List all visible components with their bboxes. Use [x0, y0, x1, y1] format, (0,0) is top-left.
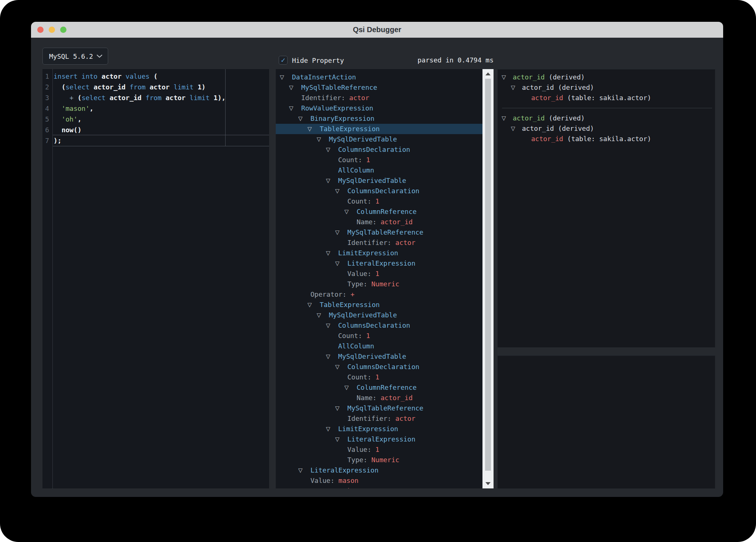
ast-node-row[interactable]: ▽BinaryExpression — [276, 113, 482, 124]
zoom-button[interactable] — [60, 27, 66, 33]
collapse-triangle-icon[interactable]: ▽ — [307, 300, 320, 310]
code-line[interactable]: 'oh', — [54, 114, 269, 125]
derived-column-row[interactable]: ▽actor_id (derived) — [498, 123, 715, 134]
collapse-triangle-icon[interactable]: ▽ — [326, 144, 338, 155]
code-line[interactable]: + (select actor_id from actor limit 1), — [54, 92, 269, 103]
ast-property-row[interactable]: Count: 1 — [276, 196, 482, 207]
code-line[interactable]: insert into actor values ( — [54, 71, 269, 82]
ast-property-row[interactable]: Name: actor_id — [276, 217, 482, 227]
derived-column-row[interactable]: ▽actor_id (derived) — [498, 113, 715, 123]
code-line[interactable]: (select actor_id from actor limit 1) — [54, 82, 269, 92]
ast-node-row[interactable]: ▽TableExpression — [276, 124, 482, 134]
ast-node-row[interactable]: ▽ColumnsDeclaration — [276, 320, 482, 331]
editor-code-area[interactable]: insert into actor values ( (select actor… — [54, 71, 269, 146]
ast-property-row[interactable]: Identifier: actor — [276, 413, 482, 424]
code-line[interactable]: ); — [54, 135, 269, 146]
collapse-triangle-icon[interactable]: ▽ — [511, 123, 522, 134]
ast-node-row[interactable]: ▽MySqlDerivedTable — [276, 134, 482, 144]
ast-property-row[interactable]: Identifier: actor — [276, 93, 482, 103]
collapse-triangle-icon[interactable]: ▽ — [317, 134, 329, 144]
close-button[interactable] — [37, 27, 44, 33]
ast-node-row[interactable]: ▽MySqlTableReference — [276, 82, 482, 93]
collapse-triangle-icon[interactable]: ▽ — [298, 113, 310, 124]
ast-node-row[interactable]: ▽MySqlDerivedTable — [276, 351, 482, 362]
collapse-triangle-icon[interactable]: ▽ — [289, 103, 301, 113]
collapse-triangle-icon[interactable]: ▽ — [307, 124, 320, 134]
collapse-triangle-icon[interactable]: ▽ — [326, 175, 338, 186]
collapse-triangle-icon[interactable]: ▽ — [335, 186, 347, 196]
collapse-triangle-icon[interactable]: ▽ — [502, 113, 513, 123]
collapse-triangle-icon[interactable]: ▽ — [335, 258, 347, 269]
line-number: 6 — [42, 125, 52, 135]
tree-scrollbar[interactable] — [482, 69, 494, 488]
collapse-triangle-icon[interactable]: ▽ — [335, 227, 347, 238]
collapse-triangle-icon[interactable]: ▽ — [502, 72, 513, 82]
ast-node-row[interactable]: ▽LimitExpression — [276, 248, 482, 258]
collapse-triangle-icon[interactable]: ▽ — [280, 72, 292, 82]
code-line[interactable]: 'mason', — [54, 103, 269, 114]
collapse-triangle-icon[interactable]: ▽ — [326, 424, 338, 434]
ast-property-row[interactable]: Value: 1 — [276, 269, 482, 279]
ast-property-row[interactable]: Name: actor_id — [276, 393, 482, 403]
ast-node-row[interactable]: ▽LiteralExpression — [276, 465, 482, 475]
dialect-dropdown[interactable]: MySQL 5.6.2 — [42, 48, 108, 65]
minimize-button[interactable] — [49, 27, 55, 33]
ast-property-row[interactable]: Type: Numeric — [276, 455, 482, 465]
ast-property-row[interactable]: Value: 1 — [276, 444, 482, 455]
collapse-triangle-icon[interactable]: ▽ — [344, 382, 357, 393]
ast-node-row[interactable]: ▽MySqlDerivedTable — [276, 175, 482, 186]
collapse-triangle-icon[interactable]: ▽ — [326, 351, 338, 362]
ast-node-row[interactable]: ▽ColumnsDeclaration — [276, 362, 482, 372]
derived-column-text: actor_id — [513, 113, 545, 123]
line-number: 7 — [42, 135, 52, 146]
ast-property-row[interactable]: Identifier: actor — [276, 238, 482, 248]
collapse-triangle-icon[interactable]: ▽ — [335, 434, 347, 444]
property-value: 1 — [371, 444, 379, 455]
collapse-triangle-icon[interactable]: ▽ — [317, 310, 329, 320]
ast-property-row[interactable]: Type: String — [276, 486, 482, 488]
collapse-triangle-icon[interactable]: ▽ — [511, 82, 522, 93]
ast-property-row[interactable]: Value: mason — [276, 475, 482, 486]
collapse-triangle-icon[interactable]: ▽ — [335, 403, 347, 413]
scroll-down-arrow-icon[interactable] — [482, 479, 494, 488]
derived-column-row[interactable]: ▽actor_id (derived) — [498, 82, 715, 93]
collapse-triangle-icon[interactable]: ▽ — [298, 465, 310, 475]
ast-node-row[interactable]: ▽LimitExpression — [276, 424, 482, 434]
hide-property-checkbox[interactable]: ✓ — [279, 56, 288, 65]
derived-column-row[interactable]: actor_id (table: sakila.actor) — [498, 93, 715, 103]
ast-node-row[interactable]: ▽LiteralExpression — [276, 258, 482, 269]
ast-node-row[interactable]: ▽DataInsertAction — [276, 72, 482, 82]
scrollbar-thumb[interactable] — [485, 79, 491, 471]
ast-node-row[interactable]: ▽ColumnsDeclaration — [276, 144, 482, 155]
ast-node-row[interactable]: ▽MySqlTableReference — [276, 227, 482, 238]
derived-column-row[interactable]: actor_id (table: sakila.actor) — [498, 134, 715, 144]
ast-node-row[interactable]: ▽LiteralExpression — [276, 434, 482, 444]
ast-node-row[interactable]: ▽ColumnReference — [276, 382, 482, 393]
ast-node-row[interactable]: ▽MySqlTableReference — [276, 403, 482, 413]
ast-property-row[interactable]: Count: 1 — [276, 372, 482, 382]
scroll-up-arrow-icon[interactable] — [482, 69, 494, 79]
ast-node-row[interactable]: AllColumn — [276, 341, 482, 351]
ast-node-row[interactable]: ▽ColumnsDeclaration — [276, 186, 482, 196]
titlebar[interactable]: Qsi Debugger — [31, 22, 723, 38]
collapse-triangle-icon[interactable]: ▽ — [289, 82, 301, 93]
collapse-triangle-icon[interactable]: ▽ — [326, 248, 338, 258]
collapse-triangle-icon[interactable]: ▽ — [344, 207, 357, 217]
ast-property-row[interactable]: Operator: + — [276, 289, 482, 300]
ast-property-row[interactable]: Type: Numeric — [276, 279, 482, 289]
ast-node-row[interactable]: ▽MySqlDerivedTable — [276, 310, 482, 320]
sql-editor[interactable]: 1234567 insert into actor values ( (sele… — [42, 69, 269, 488]
collapse-triangle-icon[interactable]: ▽ — [326, 320, 338, 331]
ast-node-row[interactable]: ▽ColumnReference — [276, 207, 482, 217]
code-token-pl — [106, 94, 110, 102]
ast-property-row[interactable]: Count: 1 — [276, 155, 482, 165]
ast-node-row[interactable]: ▽RowValueExpression — [276, 103, 482, 113]
ast-property-row[interactable]: Count: 1 — [276, 331, 482, 341]
collapse-triangle-icon[interactable]: ▽ — [335, 362, 347, 372]
derived-column-row[interactable]: ▽actor_id (derived) — [498, 72, 715, 82]
line-number: 3 — [42, 92, 52, 103]
code-token-op: + — [69, 94, 73, 102]
code-line[interactable]: now() — [54, 125, 269, 135]
ast-node-row[interactable]: ▽TableExpression — [276, 300, 482, 310]
ast-node-row[interactable]: AllColumn — [276, 165, 482, 175]
